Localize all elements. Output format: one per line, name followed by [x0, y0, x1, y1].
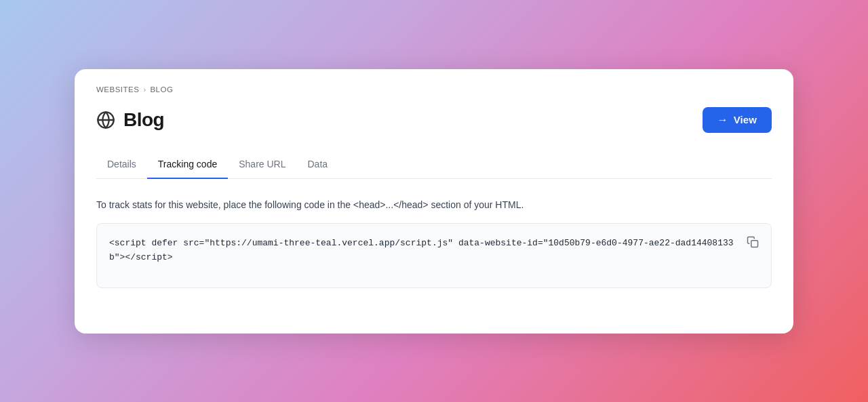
title-group: Blog: [96, 109, 164, 131]
copy-button[interactable]: [744, 233, 762, 251]
tab-tracking-code[interactable]: Tracking code: [147, 152, 228, 179]
tab-share-url[interactable]: Share URL: [228, 152, 296, 179]
tracking-description: To track stats for this website, place t…: [96, 198, 772, 212]
copy-icon: [747, 236, 759, 248]
globe-icon: [96, 110, 115, 129]
breadcrumb-separator: ›: [143, 85, 146, 94]
main-card: WEBSITES › BLOG Blog → View D: [75, 69, 793, 334]
view-button-label: View: [734, 114, 757, 125]
code-box: <script defer src="https://umami-three-t…: [96, 223, 772, 288]
breadcrumb: WEBSITES › BLOG: [96, 85, 772, 94]
breadcrumb-parent[interactable]: WEBSITES: [96, 85, 139, 94]
tracking-code-text: <script defer src="https://umami-three-t…: [109, 238, 734, 263]
breadcrumb-current: BLOG: [150, 85, 173, 94]
view-button-arrow: →: [717, 114, 728, 126]
tab-data[interactable]: Data: [296, 152, 338, 179]
view-button[interactable]: → View: [703, 107, 772, 133]
header-row: Blog → View: [96, 107, 772, 133]
tabs-bar: Details Tracking code Share URL Data: [96, 152, 772, 179]
svg-rect-2: [751, 240, 758, 247]
tab-details[interactable]: Details: [96, 152, 147, 179]
page-title: Blog: [123, 109, 164, 131]
